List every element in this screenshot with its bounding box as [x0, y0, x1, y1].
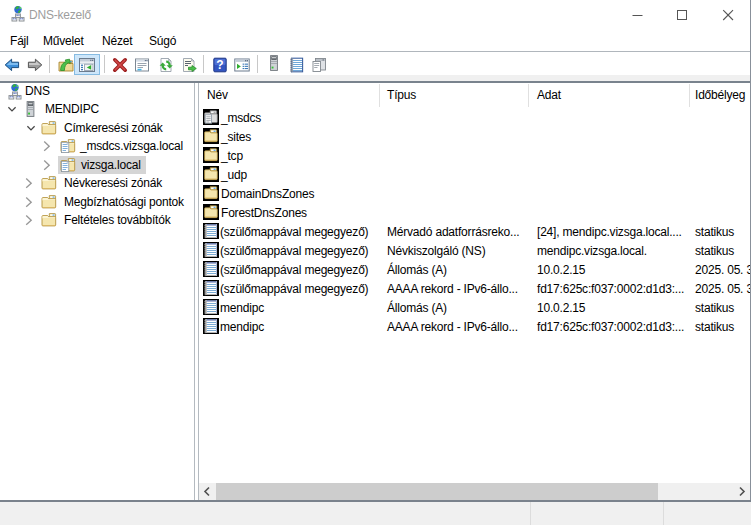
svg-text:?: ?: [216, 58, 223, 72]
